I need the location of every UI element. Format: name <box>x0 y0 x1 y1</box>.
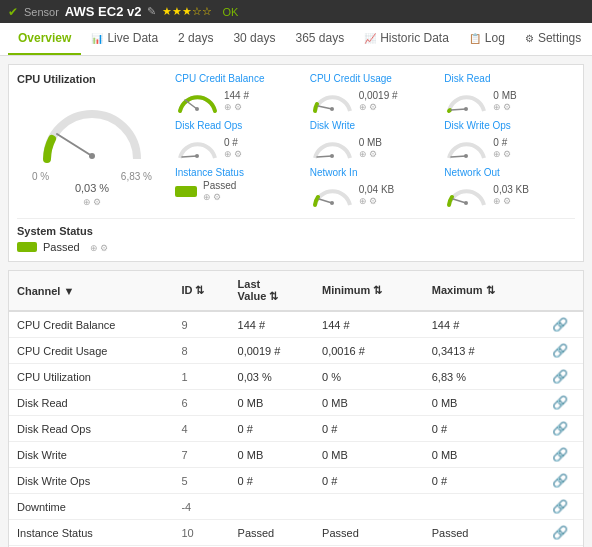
small-gauge-disk-read: Disk Read 0 MB ⊕ ⚙ <box>444 73 575 116</box>
row-link-icon[interactable]: 🔗 <box>552 447 568 462</box>
row-link-icon[interactable]: 🔗 <box>552 317 568 332</box>
system-status-title: System Status <box>17 225 575 237</box>
small-gauge-label-5[interactable]: Disk Write Ops <box>444 120 575 131</box>
cell-maximum: 0 MB <box>424 390 537 416</box>
small-gauge-label-0[interactable]: CPU Credit Balance <box>175 73 306 84</box>
cell-last-value: 0 # <box>230 468 315 494</box>
col-header-channel[interactable]: Channel ▼ <box>9 271 173 311</box>
tab-live-data[interactable]: 📊 Live Data <box>81 23 168 55</box>
col-header-last-value[interactable]: LastValue ⇅ <box>230 271 315 311</box>
small-gauge-svg-3 <box>175 133 220 163</box>
star-rating[interactable]: ★★★☆☆ <box>162 5 212 18</box>
col-header-id[interactable]: ID ⇅ <box>173 271 229 311</box>
sg3-zoom-icon[interactable]: ⊕ <box>224 149 232 159</box>
svg-line-16 <box>453 199 466 203</box>
tab-log[interactable]: 📋 Log <box>459 23 515 55</box>
main-content: CPU Utilization 0 % 6,83 % <box>0 56 592 547</box>
small-gauge-label-7[interactable]: Network In <box>310 167 441 178</box>
cell-maximum: Passed <box>424 520 537 546</box>
row-link-icon[interactable]: 🔗 <box>552 473 568 488</box>
historic-data-icon: 📈 <box>364 33 376 44</box>
cell-id: 4 <box>173 416 229 442</box>
tab-30days[interactable]: 30 days <box>223 23 285 55</box>
tab-365days[interactable]: 365 days <box>285 23 354 55</box>
min-sort-icon[interactable]: ⇅ <box>373 284 382 296</box>
cell-action[interactable]: 🔗 <box>537 311 583 338</box>
sg2-zoom-icon[interactable]: ⊕ <box>493 102 501 112</box>
cell-action[interactable]: 🔗 <box>537 442 583 468</box>
sg5-zoom-icon[interactable]: ⊕ <box>493 149 501 159</box>
table-header-row: Channel ▼ ID ⇅ LastValue ⇅ Minimum ⇅ Max <box>9 271 583 311</box>
row-link-icon[interactable]: 🔗 <box>552 421 568 436</box>
tab-settings[interactable]: ⚙ Settings <box>515 23 591 55</box>
gauge-zoom-icon[interactable]: ⊕ <box>83 197 91 207</box>
row-link-icon[interactable]: 🔗 <box>552 525 568 540</box>
sg0-zoom-icon[interactable]: ⊕ <box>224 102 232 112</box>
col-header-minimum[interactable]: Minimum ⇅ <box>314 271 424 311</box>
table-row: Disk Read 6 0 MB 0 MB 0 MB 🔗 <box>9 390 583 416</box>
cell-minimum <box>314 494 424 520</box>
cell-action[interactable]: 🔗 <box>537 416 583 442</box>
sg4-settings-icon[interactable]: ⚙ <box>369 149 377 159</box>
sg5-settings-icon[interactable]: ⚙ <box>503 149 511 159</box>
small-gauge-val-0: 144 # <box>224 90 249 101</box>
sg8-settings-icon[interactable]: ⚙ <box>503 196 511 206</box>
sg1-zoom-icon[interactable]: ⊕ <box>359 102 367 112</box>
sg7-zoom-icon[interactable]: ⊕ <box>359 196 367 206</box>
sg6-settings-icon[interactable]: ⚙ <box>213 192 221 202</box>
cell-maximum: 0,3413 # <box>424 338 537 364</box>
tab-overview[interactable]: Overview <box>8 23 81 55</box>
nav-tabs: Overview 📊 Live Data 2 days 30 days 365 … <box>0 23 592 56</box>
cell-action[interactable]: 🔗 <box>537 390 583 416</box>
cell-action[interactable]: 🔗 <box>537 520 583 546</box>
gauge-settings-icon[interactable]: ⚙ <box>93 197 101 207</box>
tab-365days-label: 365 days <box>295 31 344 45</box>
cell-maximum: 0 # <box>424 468 537 494</box>
cell-minimum: 0 % <box>314 364 424 390</box>
sg1-settings-icon[interactable]: ⚙ <box>369 102 377 112</box>
max-sort-icon[interactable]: ⇅ <box>486 284 495 296</box>
ss-settings-icon[interactable]: ⚙ <box>100 243 108 253</box>
id-sort-icon[interactable]: ⇅ <box>195 284 204 296</box>
cell-action[interactable]: 🔗 <box>537 364 583 390</box>
tab-live-data-label: Live Data <box>107 31 158 45</box>
cell-id: 10 <box>173 520 229 546</box>
small-gauge-label-6[interactable]: Instance Status <box>175 167 306 178</box>
ss-zoom-icon[interactable]: ⊕ <box>90 243 98 253</box>
small-gauge-label-2[interactable]: Disk Read <box>444 73 575 84</box>
tab-2days[interactable]: 2 days <box>168 23 223 55</box>
channel-sort-icon[interactable]: ▼ <box>63 285 74 297</box>
tab-historic-data[interactable]: 📈 Historic Data <box>354 23 459 55</box>
small-gauge-label-8[interactable]: Network Out <box>444 167 575 178</box>
small-gauge-disk-write-ops: Disk Write Ops 0 # ⊕ ⚙ <box>444 120 575 163</box>
sg4-zoom-icon[interactable]: ⊕ <box>359 149 367 159</box>
sg2-settings-icon[interactable]: ⚙ <box>503 102 511 112</box>
status-passed-row: Passed ⊕ ⚙ <box>17 241 575 253</box>
lastval-sort-icon[interactable]: ⇅ <box>269 290 278 302</box>
row-link-icon[interactable]: 🔗 <box>552 395 568 410</box>
sg7-settings-icon[interactable]: ⚙ <box>369 196 377 206</box>
big-gauge-svg <box>32 89 152 169</box>
cell-id: -4 <box>173 494 229 520</box>
sg0-settings-icon[interactable]: ⚙ <box>234 102 242 112</box>
row-link-icon[interactable]: 🔗 <box>552 369 568 384</box>
small-gauge-label-1[interactable]: CPU Credit Usage <box>310 73 441 84</box>
cell-maximum: 0 # <box>424 416 537 442</box>
cell-action[interactable]: 🔗 <box>537 494 583 520</box>
settings-icon: ⚙ <box>525 33 534 44</box>
page-header: ✔ Sensor AWS EC2 v2 ✎ ★★★☆☆ OK <box>0 0 592 23</box>
edit-icon[interactable]: ✎ <box>147 5 156 18</box>
row-link-icon[interactable]: 🔗 <box>552 499 568 514</box>
small-gauge-val-5: 0 # <box>493 137 511 148</box>
gauge-max-label: 6,83 % <box>121 171 152 182</box>
sg6-zoom-icon[interactable]: ⊕ <box>203 192 211 202</box>
sg3-settings-icon[interactable]: ⚙ <box>234 149 242 159</box>
small-gauge-label-3[interactable]: Disk Read Ops <box>175 120 306 131</box>
sg8-zoom-icon[interactable]: ⊕ <box>493 196 501 206</box>
big-gauge-container <box>32 89 152 169</box>
row-link-icon[interactable]: 🔗 <box>552 343 568 358</box>
small-gauge-label-4[interactable]: Disk Write <box>310 120 441 131</box>
cell-action[interactable]: 🔗 <box>537 468 583 494</box>
cell-action[interactable]: 🔗 <box>537 338 583 364</box>
col-header-maximum[interactable]: Maximum ⇅ <box>424 271 537 311</box>
